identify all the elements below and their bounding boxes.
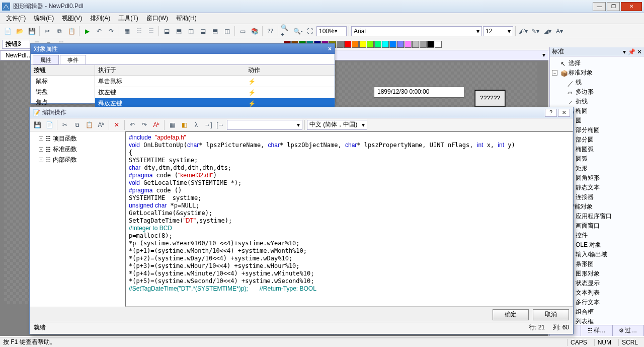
ed-import-icon[interactable]: →] [203, 119, 214, 130]
ed-redo-icon[interactable]: ↷ [139, 119, 150, 130]
color-swatch[interactable] [412, 41, 419, 48]
ed-undo-icon[interactable]: ↶ [127, 119, 138, 130]
tab-attributes[interactable]: 属性 [33, 55, 59, 64]
ed-cut-icon[interactable]: ✂ [59, 119, 70, 130]
menu-arrange[interactable]: 排列(A) [86, 13, 114, 24]
ed-new-icon[interactable]: 📄 [44, 119, 55, 130]
ed-delete-icon[interactable]: ✕ [111, 119, 122, 130]
bg-color-icon[interactable]: ◢▾ [542, 26, 553, 37]
ed-save-icon[interactable]: 💾 [32, 119, 43, 130]
whatsthis-icon[interactable]: ⁇ [265, 26, 276, 37]
zoom-out-icon[interactable]: 🔍- [292, 26, 303, 37]
align-left-icon[interactable]: ⬓ [161, 26, 172, 37]
help-button[interactable]: ? [545, 109, 557, 117]
layers-icon[interactable]: ☰ [145, 26, 156, 37]
align-middle-icon[interactable]: ⬒ [209, 26, 220, 37]
color-swatch[interactable] [435, 41, 442, 48]
fontsize-select[interactable]: 12▾ [483, 26, 513, 36]
color-swatch[interactable] [420, 41, 427, 48]
color-swatch[interactable] [405, 41, 412, 48]
window-icon[interactable]: ▭ [237, 26, 248, 37]
ed-export-icon[interactable]: [→ [215, 119, 226, 130]
tree-item[interactable]: −📦标准对象 [551, 68, 643, 78]
tree-item[interactable]: ↖选择 [551, 58, 643, 68]
prop-item-mouse[interactable]: 鼠标 [31, 76, 95, 87]
font-select[interactable]: Arial▾ [351, 26, 482, 36]
ed-tag-select[interactable]: ▾ [227, 120, 302, 130]
run-icon[interactable]: ▶ [82, 26, 93, 37]
copy-icon[interactable]: ⧉ [54, 26, 65, 37]
color-swatch[interactable] [337, 41, 344, 48]
maximize-button[interactable]: ❐ [607, 2, 620, 11]
prop-item-keyboard[interactable]: 键盘 [31, 87, 95, 97]
align-right-icon[interactable]: ◫ [185, 26, 196, 37]
canvas-button-object[interactable]: ?????? [474, 90, 506, 107]
color-swatch[interactable] [382, 41, 389, 48]
rp-tab-styles[interactable]: ☷ 样… [581, 325, 612, 336]
lib-icon[interactable]: 📚 [249, 26, 260, 37]
open-icon[interactable]: 📂 [14, 26, 25, 37]
color-swatch[interactable] [352, 41, 359, 48]
color-swatch[interactable] [389, 41, 396, 48]
ed-lambda-icon[interactable]: λ [191, 119, 202, 130]
color-swatch[interactable] [397, 41, 404, 48]
line-color-icon[interactable]: ✎▾ [530, 26, 541, 37]
tree-standard-fns[interactable]: +☷ 标准函数 [32, 144, 123, 155]
menu-tools[interactable]: 工具(T) [114, 13, 142, 24]
ed-compile-icon[interactable]: ▦ [167, 119, 178, 130]
ed-format-icon[interactable]: Aᵇ [96, 119, 107, 130]
color-swatch[interactable] [359, 41, 366, 48]
grid-icon[interactable]: ▦ [121, 26, 132, 37]
ed-paste-icon[interactable]: 📋 [84, 119, 95, 130]
zoom-select[interactable]: 100% ▾ [316, 26, 347, 36]
align-top-icon[interactable]: ⬓ [197, 26, 208, 37]
tab-events[interactable]: 事件 [60, 55, 86, 64]
cut-icon[interactable]: ✂ [42, 26, 53, 37]
tree-item[interactable]: ⟋折线 [551, 97, 643, 106]
zoom-in-icon[interactable]: 🔍+ [280, 26, 291, 37]
code-editor[interactable]: #include "apdefap.h" void OnLButtonUp(ch… [125, 131, 573, 307]
event-row[interactable]: 按左键⚡ [95, 87, 335, 98]
ed-copy-icon[interactable]: ⧉ [71, 119, 83, 130]
canvas-datetime-field[interactable]: 1899/12/30 0:00:00 [374, 87, 464, 98]
redo-icon[interactable]: ↷ [106, 26, 117, 37]
tab-dropdown-icon[interactable]: ▾ [539, 50, 548, 60]
editor-close-button[interactable]: ✕ [558, 109, 570, 117]
props-icon[interactable]: ☷ [133, 26, 144, 37]
color-swatch[interactable] [374, 41, 381, 48]
fill-color-icon[interactable]: 🖌▾ [518, 26, 529, 37]
zoom-fit-icon[interactable]: ⛶ [304, 26, 315, 37]
minimize-button[interactable]: — [593, 2, 606, 11]
save-icon[interactable]: 💾 [26, 26, 37, 37]
align-bottom-icon[interactable]: ◫ [221, 26, 232, 37]
tree-internal-fns[interactable]: +☷ 内部函数 [32, 155, 123, 165]
undo-icon[interactable]: ↶ [94, 26, 105, 37]
menu-window[interactable]: 窗口(W) [142, 13, 172, 24]
prop-item-focus[interactable]: 焦点 [31, 97, 95, 108]
ed-find-icon[interactable]: Aᵇ [151, 119, 162, 130]
menu-edit[interactable]: 编辑(E) [30, 13, 58, 24]
color-swatch[interactable] [344, 41, 351, 48]
event-row[interactable]: 单击鼠标⚡ [95, 76, 335, 87]
menu-help[interactable]: 帮助(H) [172, 13, 201, 24]
paste-icon[interactable]: 📋 [66, 26, 77, 37]
ok-button[interactable]: 确定 [493, 309, 529, 320]
menu-view[interactable]: 视图(V) [58, 13, 86, 24]
align-center-icon[interactable]: ⬒ [173, 26, 184, 37]
tree-project-fns[interactable]: +☷ 项目函数 [32, 133, 123, 144]
properties-close-icon[interactable]: × [328, 45, 332, 52]
close-button[interactable]: ✕ [621, 2, 642, 11]
pin-icon[interactable]: ▾ 📌 ✕ [623, 48, 642, 55]
color-swatch[interactable] [367, 41, 374, 48]
new-icon[interactable]: 📄 [2, 26, 13, 37]
text-color-icon[interactable]: A▾ [554, 26, 565, 37]
ed-cube-icon[interactable]: ◧ [179, 119, 190, 130]
rp-tab-process[interactable]: ⚙ 过… [613, 325, 644, 336]
menu-file[interactable]: 文件(F) [2, 13, 30, 24]
ed-language-select[interactable]: 中文 (简体，中国)▾ [307, 120, 367, 130]
color-swatch[interactable] [427, 41, 434, 48]
cancel-button[interactable]: 取消 [533, 309, 569, 320]
object-name-field[interactable]: 按钮3 [2, 40, 30, 49]
tree-item[interactable]: ▱多边形 [551, 87, 643, 97]
tree-item[interactable]: ／线 [551, 78, 643, 87]
